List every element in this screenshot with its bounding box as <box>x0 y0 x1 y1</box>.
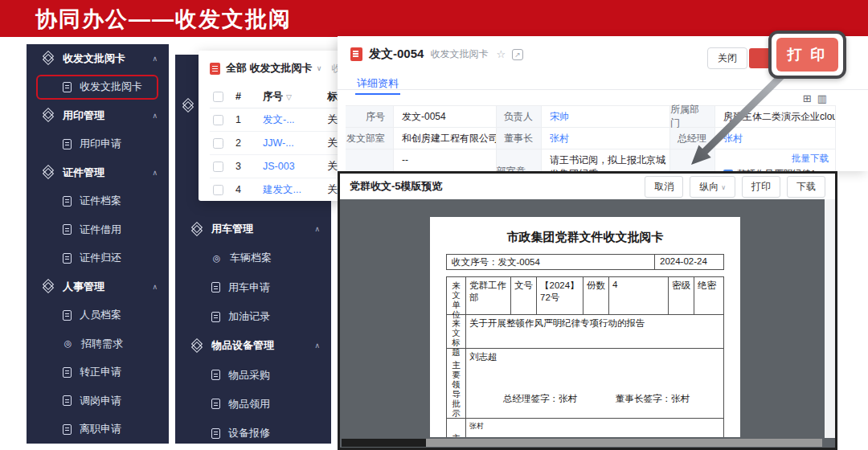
paper-title: 市政集团党群文件收文批阅卡 <box>446 230 724 245</box>
clipboard-icon <box>63 310 72 321</box>
box-icon <box>63 253 72 264</box>
clipboard-icon <box>63 139 72 149</box>
star-icon[interactable]: ☆ <box>496 48 506 60</box>
preview-paper: 市政集团党群文件收文批阅卡 收文序号：发文-0054 2024-02-24 来文… <box>430 217 740 437</box>
field-value-gm-link[interactable]: 张村 <box>715 128 836 149</box>
row-checkbox[interactable] <box>213 162 223 172</box>
sidebar-group-yongche[interactable]: 用车管理 ∧ <box>175 215 331 243</box>
attachment-cell: 批量下载 整顿作风严明纪律专... ↓ <box>715 149 836 171</box>
layers-icon <box>43 52 55 64</box>
print-callout: 打 印 <box>768 31 846 79</box>
sidebar-item-yongyin-apply[interactable]: 用印申请 <box>27 130 169 159</box>
view-toggle-icons[interactable]: ⊞▥ <box>803 92 833 104</box>
top-banner: 协同办公——收发文批阅 <box>0 0 868 37</box>
chevron-up-icon: ∧ <box>152 55 158 63</box>
serial-link[interactable]: JJW-... <box>263 137 327 149</box>
row-checkbox[interactable] <box>213 115 223 125</box>
repair-icon <box>211 428 220 439</box>
sidebar-item-jiayou-record[interactable]: 加油记录 <box>175 302 331 331</box>
print-preview-modal: 党群收文-5模版预览 取消 纵向∨ 打印 下载 市政集团党群文件收文批阅卡 收文… <box>338 171 837 450</box>
red-document-icon <box>210 63 220 75</box>
row-checkbox[interactable] <box>213 185 223 195</box>
sidebar-item-diaogang[interactable]: 调岗申请 <box>27 387 169 415</box>
field-label: 总经理 <box>670 128 715 149</box>
layers-icon <box>43 166 55 178</box>
paper-table: 来文单位 党群工作部 文号 【2024】72号 份数 4 密级 绝密 来文标题 … <box>446 276 724 437</box>
print-button-highlight[interactable]: 打 印 <box>776 38 837 72</box>
sidebar-item-shebei-baoxiu[interactable]: 设备报修 <box>175 419 331 448</box>
clipboard-icon <box>211 399 220 409</box>
modal-header: 党群收文-5模版预览 取消 纵向∨ 打印 下载 <box>340 174 835 199</box>
sidebar-group-zhengjian[interactable]: 证件管理 ∧ <box>27 158 169 187</box>
leader-name: 刘志超 <box>469 352 497 362</box>
batch-download-link[interactable]: 批量下载 <box>792 153 829 165</box>
document-type: 收发文批阅卡 <box>430 47 488 61</box>
badge-icon <box>63 367 72 378</box>
clipboard-icon <box>211 282 220 292</box>
purchase-icon <box>211 370 220 380</box>
sidebar-item-cheliang-archive[interactable]: ◎ 车辆档案 <box>175 243 331 272</box>
sidebar-item-shoufawen-card[interactable]: 收发文批阅卡 <box>27 73 169 102</box>
document-icon <box>63 224 72 235</box>
paper-serial-row: 收文序号：发文-0054 2024-02-24 <box>446 254 724 270</box>
document-icon <box>63 196 72 207</box>
serial-link[interactable]: 建发文... <box>263 183 327 197</box>
field-label: 附件 <box>670 149 715 171</box>
modal-title: 党群收文-5模版预览 <box>350 179 638 194</box>
cancel-button[interactable]: 取消 <box>645 176 683 198</box>
field-label: 序号 <box>346 106 394 128</box>
tab-detail-info[interactable]: 详细资料 <box>357 76 399 91</box>
column-num: # <box>235 91 263 102</box>
vertical-scrollbar[interactable] <box>825 199 835 438</box>
sidebar-item-zhengjian-borrow[interactable]: 证件借用 <box>27 215 169 244</box>
field-value-office-opinion: 请王书记阅，拟上报北京城发集团纪委。 <box>542 149 670 171</box>
column-serial: 序号▽ <box>263 90 327 104</box>
field-label: 负责人 <box>497 106 542 128</box>
field-value-issuing-office: 和创房建工程有限公司 <box>394 128 497 149</box>
sidebar-item-zhaopin[interactable]: ◎ 招聘需求 <box>27 329 169 358</box>
layers-icon <box>43 280 55 292</box>
serial-link[interactable]: JS-003 <box>263 161 327 172</box>
screen: 协同办公——收发文批阅 收发文批阅卡 ∧ 收发文批阅卡 用印管理 ∧ 用印申请 <box>0 0 868 450</box>
row-label-unit: 来文单位 <box>447 277 466 314</box>
list-window-title: 全部 收发文批阅卡 <box>226 61 313 76</box>
field-value-chairman-link[interactable]: 张村 <box>542 128 670 149</box>
sidebar-group-wupin-shebei[interactable]: 物品设备管理 ∧ <box>175 331 331 360</box>
sidebar-item-lizhi[interactable]: 离职申请 <box>27 415 169 444</box>
sidebar-item-yongche-apply[interactable]: 用车申请 <box>175 273 331 302</box>
horizontal-scrollbar[interactable] <box>342 439 822 447</box>
sidebar-item-zhuanzheng[interactable]: 转正申请 <box>27 358 169 387</box>
serial-link[interactable]: 发文-... <box>263 113 327 127</box>
document-id: 发文-0054 <box>369 47 424 62</box>
print-button[interactable]: 打印 <box>742 176 780 198</box>
sidebar-item-wupin-lingyong[interactable]: 物品领用 <box>175 390 331 419</box>
chevron-down-icon[interactable]: ∨ <box>317 64 322 72</box>
sidebar-group-renshi[interactable]: 人事管理 ∧ <box>27 272 169 301</box>
select-all-checkbox[interactable] <box>213 92 223 102</box>
sidebar-group-shoufawen[interactable]: 收发文批阅卡 ∧ <box>27 44 169 73</box>
supervisor-name: 张村 <box>466 419 723 437</box>
download-button[interactable]: 下载 <box>787 176 825 198</box>
sidebar-item-renyuan-archive[interactable]: 人员档案 <box>27 301 169 330</box>
horizontal-scrollbar-thumb[interactable] <box>342 439 426 447</box>
close-button[interactable]: 关闭 <box>707 47 747 69</box>
layers-icon <box>191 223 203 235</box>
external-link-icon[interactable]: ↗ <box>512 49 523 60</box>
field-value-serial: 发文-0054 <box>394 106 497 128</box>
field-value-owner-link[interactable]: 宋帅 <box>542 106 670 128</box>
layers-icon <box>43 109 55 121</box>
chevron-up-icon: ∧ <box>314 342 320 350</box>
sidebar-item-wupin-caigou[interactable]: 物品采购 <box>175 360 331 389</box>
filter-icon[interactable]: ▽ <box>286 93 292 101</box>
sidebar-group-yongyin[interactable]: 用印管理 ∧ <box>27 101 169 130</box>
target-icon: ◎ <box>63 338 73 349</box>
transfer-icon <box>63 395 72 406</box>
row-checkbox[interactable] <box>213 138 223 149</box>
sidebar-item-zhengjian-archive[interactable]: 证件档案 <box>27 187 169 216</box>
field-label: 发文部室 <box>346 128 394 149</box>
row-label-title: 来文标题 <box>447 315 466 348</box>
orientation-select[interactable]: 纵向∨ <box>690 176 735 198</box>
field-value-remark: -- <box>394 149 497 171</box>
sidebar-item-zhengjian-return[interactable]: 证件归还 <box>27 244 169 273</box>
paper-date: 2024-02-24 <box>654 255 723 269</box>
